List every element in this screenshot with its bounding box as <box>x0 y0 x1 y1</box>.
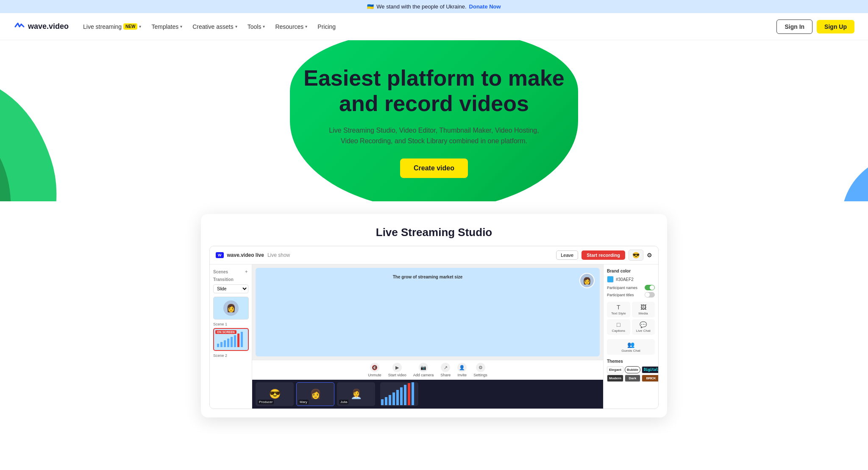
studio-section: Live Streaming Studio W wave.video live … <box>201 214 667 417</box>
studio-section-title: Live Streaming Studio <box>201 214 667 246</box>
theme-brick-button[interactable]: BRICK <box>642 375 659 382</box>
mini-chart-card <box>380 382 418 406</box>
theme-elegant-button[interactable]: Elegant <box>607 366 623 373</box>
nav-label-pricing: Pricing <box>317 23 336 30</box>
unmute-button[interactable]: 🔇 Unmute <box>368 363 381 377</box>
theme-dark-button[interactable]: Dark <box>625 375 640 382</box>
logo-icon <box>14 21 25 33</box>
invite-button[interactable]: 👤 Invite <box>457 363 467 377</box>
studio-topbar-right: Leave Start recording 😎 ⚙ <box>556 250 652 261</box>
guests-chat-button[interactable]: 👥 Guests Chat <box>607 339 655 355</box>
participant-emoji: 😎 <box>269 389 281 400</box>
leave-button[interactable]: Leave <box>556 250 578 260</box>
speaker-bubble: 👩 <box>579 273 595 288</box>
nav-item-templates[interactable]: Templates ▾ <box>147 21 186 33</box>
studio-logo: W <box>216 252 224 258</box>
captions-button[interactable]: □ Captions <box>607 319 630 335</box>
ukraine-banner: 🇺🇦 We stand with the people of Ukraine. … <box>0 0 868 13</box>
chevron-down-icon: ▾ <box>139 24 141 29</box>
mini-chart-svg <box>380 382 418 406</box>
svg-rect-8 <box>381 399 384 405</box>
scene-2-thumb[interactable]: ON SCREEN <box>213 328 249 351</box>
navbar: wave.video Live streaming New ▾ Template… <box>0 13 868 40</box>
hero-content: Easiest platform to make and record vide… <box>8 66 860 178</box>
color-swatch[interactable] <box>607 276 614 283</box>
themes-title: Themes <box>607 359 655 364</box>
participant-emoji-julia: 👩‍💼 <box>351 389 362 400</box>
studio-topbar-left: W wave.video live Live show <box>216 252 290 258</box>
settings-button[interactable]: ⚙ Settings <box>473 363 487 377</box>
nav-label-templates: Templates <box>151 23 178 30</box>
theme-bubble-button[interactable]: Bubble <box>625 366 640 373</box>
signup-button[interactable]: Sign Up <box>817 20 854 33</box>
start-recording-button[interactable]: Start recording <box>581 250 625 260</box>
add-camera-button[interactable]: 📷 Add camera <box>413 363 434 377</box>
svg-rect-12 <box>396 390 399 405</box>
transition-select[interactable]: Slide Fade None <box>213 284 248 293</box>
participant-emoji-mary: 👩 <box>310 389 321 400</box>
studio-right-panel: Brand color #30AEF2 Participant names Pa… <box>603 264 658 409</box>
scene-1-label: Scene 1 <box>213 322 248 326</box>
chevron-down-icon: ▾ <box>263 24 265 29</box>
emoji-button[interactable]: 😎 <box>629 250 643 261</box>
create-video-button[interactable]: Create video <box>400 159 468 178</box>
svg-rect-7 <box>241 332 243 347</box>
brand-color-title: Brand color <box>607 269 655 273</box>
right-icons-top: T Text Style 🖼 Media □ Captions 💬 <box>607 302 655 335</box>
chevron-down-icon: ▾ <box>180 24 182 29</box>
captions-label: Captions <box>612 329 625 333</box>
logo-text: wave.video <box>28 22 69 31</box>
media-button[interactable]: 🖼 Media <box>632 302 655 317</box>
nav-label-tools: Tools <box>248 23 262 30</box>
svg-rect-11 <box>392 392 395 405</box>
studio-left-panel: Scenes ＋ Transition Slide Fade None 👩 <box>210 264 252 409</box>
chart-title: The grow of streaming market size <box>256 275 600 279</box>
nav-links: Live streaming New ▾ Templates ▾ Creativ… <box>79 21 776 33</box>
theme-digital-button[interactable]: Digital <box>642 366 659 373</box>
settings-icon: ⚙ <box>476 363 485 372</box>
theme-modern-button[interactable]: Modern <box>607 375 623 382</box>
nav-badge-new: New <box>123 23 137 30</box>
studio-show-name: Live show <box>267 252 290 258</box>
scenes-label: Scenes ＋ <box>213 269 248 275</box>
participant-producer[interactable]: 😎 Producer <box>256 382 294 406</box>
unmute-label: Unmute <box>368 373 381 377</box>
text-style-button[interactable]: T Text Style <box>607 302 630 317</box>
chevron-down-icon: ▾ <box>235 24 237 29</box>
nav-item-pricing[interactable]: Pricing <box>313 21 340 33</box>
nav-item-livestreaming[interactable]: Live streaming New ▾ <box>79 21 145 33</box>
brand-color-row: #30AEF2 <box>607 276 655 283</box>
nav-item-tools[interactable]: Tools ▾ <box>243 21 270 33</box>
start-video-button[interactable]: ▶ Start video <box>388 363 406 377</box>
nav-label-livestreaming: Live streaming <box>83 23 122 30</box>
participant-titles-toggle[interactable] <box>645 292 655 298</box>
signin-button[interactable]: Sign In <box>776 19 812 34</box>
share-label: Share <box>440 373 451 377</box>
live-chat-button[interactable]: 💬 Live Chat <box>632 319 655 335</box>
participant-names-toggle[interactable] <box>645 285 655 290</box>
live-chat-label: Live Chat <box>636 329 651 333</box>
start-video-label: Start video <box>388 373 406 377</box>
studio-topbar: W wave.video live Live show Leave Start … <box>210 246 658 264</box>
participant-names-label: Participant names <box>607 286 637 290</box>
share-button[interactable]: ↗ Share <box>440 363 451 377</box>
svg-rect-15 <box>408 383 410 405</box>
svg-rect-13 <box>400 387 403 405</box>
settings-icon[interactable]: ⚙ <box>647 252 652 259</box>
banner-emoji: 🇺🇦 <box>367 3 374 10</box>
svg-rect-9 <box>385 397 387 405</box>
add-scene-icon[interactable]: ＋ <box>244 269 248 275</box>
participant-mary[interactable]: 👩 Mary <box>296 382 334 406</box>
banner-link[interactable]: Donate Now <box>469 3 501 10</box>
nav-item-creative-assets[interactable]: Creative assets ▾ <box>188 21 241 33</box>
logo[interactable]: wave.video <box>14 21 69 33</box>
nav-item-resources[interactable]: Resources ▾ <box>271 21 312 33</box>
guests-chat-label: Guests Chat <box>621 349 640 353</box>
scene-1-thumb[interactable]: 👩 <box>213 297 249 320</box>
participant-titles-toggle-row: Participant titles <box>607 292 655 298</box>
svg-rect-5 <box>234 335 236 347</box>
studio-preview: The grow of streaming market size <box>256 268 600 356</box>
studio-body: Scenes ＋ Transition Slide Fade None 👩 <box>210 264 658 409</box>
participant-julia[interactable]: 👩‍💼 Julia <box>337 382 375 406</box>
banner-text: We stand with the people of Ukraine. <box>376 3 466 10</box>
